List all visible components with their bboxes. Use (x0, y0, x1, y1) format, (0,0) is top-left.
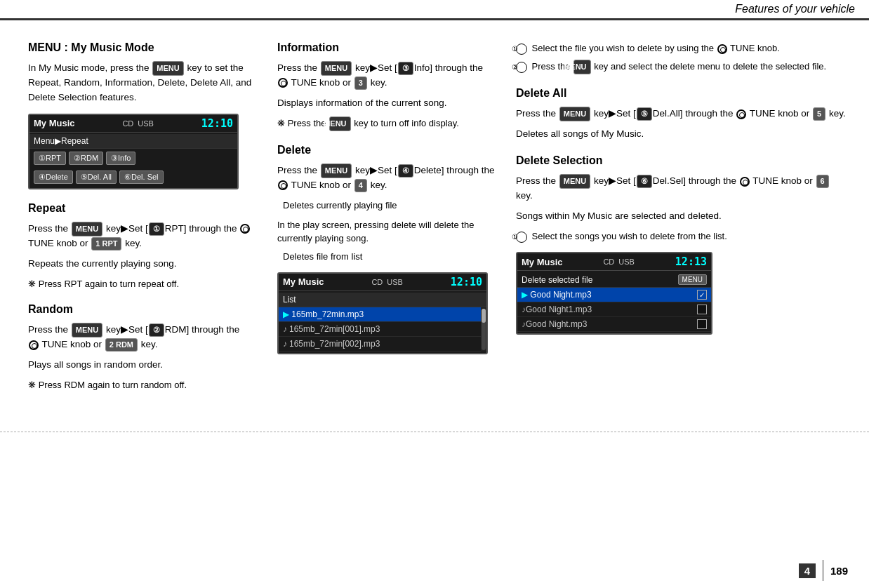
delete-sub3: Deletes file from list (277, 250, 495, 264)
screen2-item-3: ♪165mb_72min[002].mp3 (279, 337, 481, 352)
screen1-btn-delete: ④Delete (34, 171, 73, 184)
page-divider (0, 432, 869, 432)
screen1-btns-row1: ①RPT ②RDM ③Info (29, 149, 237, 168)
repeat-text2: Repeats the currently playing song. (28, 257, 253, 272)
check-box-1: ✓ (697, 290, 707, 300)
screen1-appname: My Music (34, 118, 75, 128)
screen1-btns-row2: ④Delete ⑤Del. All ⑥Del. Sel (29, 168, 237, 187)
screen2-body: List ▶ 165mb_72min.mp3 ♪165mb_72min[001]… (279, 291, 486, 353)
screen3-item-2: ♪Good Night1.mp3 (517, 302, 711, 317)
screen1-btn-info: ③Info (106, 152, 135, 165)
intro-paragraph: In My Music mode, press the MENU key to … (28, 61, 253, 105)
random-text2: Plays all songs in random order. (28, 358, 253, 373)
screen3-delete-label: Delete selected file (522, 275, 592, 285)
info-text2: Displays information of the current song… (277, 96, 495, 111)
screen3-cd: CD (603, 258, 614, 266)
delete-numbered-1: ① Select the file you wish to delete by … (516, 41, 848, 55)
tune-icon-repeat (240, 224, 250, 234)
delsel-key-badge: 6 (816, 175, 829, 188)
screen3-usb: USB (618, 258, 635, 266)
menu-badge-random: MENU (72, 323, 102, 338)
screen-mymusic-2: My Music CD USB 12:10 List ▶ 165mb_72min… (277, 272, 488, 354)
menu-badge-repeat: MENU (72, 222, 102, 236)
footer-divider (823, 560, 823, 581)
menu-badge-del2: MENU (573, 60, 590, 74)
delall-key-badge: 5 (813, 107, 825, 121)
menu-badge-delall: MENU (559, 107, 590, 121)
tune-icon-info (278, 78, 288, 88)
screen2-scrollbar (481, 307, 486, 352)
menu-badge-intro: MENU (152, 61, 183, 76)
tune-icon-delete (278, 180, 288, 190)
screen2-usb: USB (387, 278, 403, 286)
screen1-btn-delsel: ⑥Del. Sel (119, 171, 164, 184)
info-title: Information (277, 41, 495, 54)
check-box-3 (697, 319, 707, 329)
screen3-appname: My Music (522, 257, 563, 267)
main-content: MENU : My Music Mode In My Music mode, p… (0, 20, 869, 417)
screen2-scroll: ▶ 165mb_72min.mp3 ♪165mb_72min[001].mp3 … (279, 307, 486, 352)
check-box-2 (697, 305, 707, 314)
screen1-cd: CD (122, 119, 133, 128)
screen2-item-2: ♪165mb_72min[001].mp3 (279, 322, 481, 337)
delete-sub1: Deletes currently playing file (277, 199, 495, 213)
page-footer: 4 189 (799, 560, 848, 581)
screen-mymusic-1: My Music CD USB 12:10 Menu▶Repeat ①RPT ②… (28, 114, 239, 189)
tune-icon-delall (736, 109, 746, 119)
screen1-body: Menu▶Repeat ①RPT ②RDM ③Info ④Delete ⑤Del… (29, 133, 237, 188)
repeat-text1: Press the MENU key▶Set [①RPT] through th… (28, 222, 253, 251)
screen3-item-3: ♪Good Night.mp3 (517, 317, 711, 332)
screen2-appname: My Music (283, 276, 324, 287)
repeat-title: Repeat (28, 202, 253, 215)
menu-badge-info-off: MENU (329, 116, 350, 131)
random-text1: Press the MENU key▶Set [②RDM] through th… (28, 323, 253, 352)
random-title: Random (28, 303, 253, 316)
delete-sel-text2: Songs within My Music are selected and d… (516, 209, 848, 224)
delete-text1: Press the MENU key▶Set [④Delete] through… (277, 163, 495, 193)
tune-icon-del1 (717, 44, 727, 54)
screen1-header: My Music CD USB 12:10 (29, 115, 237, 133)
screen3-media-icons: CD USB (603, 258, 635, 266)
delete-numbered-2: ② Press the MENU key and select the dele… (516, 60, 848, 74)
tune-icon-random (29, 340, 39, 350)
screen1-media-icons: CD USB (122, 119, 154, 128)
random-note: Press RDM again to turn random off. (28, 378, 253, 392)
main-section-title: MENU : My Music Mode (28, 41, 253, 54)
left-column: MENU : My Music Mode In My Music mode, p… (28, 41, 267, 396)
screen2-header: My Music CD USB 12:10 (279, 274, 486, 291)
screen3-time: 12:13 (675, 255, 707, 268)
screen1-menu-row: Menu▶Repeat (29, 134, 237, 149)
info-text1: Press the MENU key▶Set [③Info] through t… (277, 61, 495, 91)
repeat-note: Press RPT again to turn repeat off. (28, 277, 253, 291)
info-key-badge: 3 (354, 76, 367, 90)
delete-sel-numbered-1: ① Select the songs you wish to delete fr… (516, 229, 848, 243)
info-note: Press the MENU key to turn off info disp… (277, 116, 495, 131)
delete-key-badge: 4 (354, 179, 367, 192)
rpt-key-badge: 1 RPT (91, 237, 121, 250)
menu-badge-info: MENU (321, 61, 352, 76)
screen3-header: My Music CD USB 12:13 (517, 253, 711, 271)
screen1-time: 12:10 (201, 117, 233, 130)
screen2-list-label: List (279, 293, 486, 307)
delete-title: Delete (277, 144, 495, 156)
header-title: Features of your vehicle (735, 3, 855, 15)
delete-all-text2: Deletes all songs of My Music. (516, 127, 848, 142)
screen3-menu-btn: MENU (678, 274, 707, 285)
menu-badge-delsel: MENU (559, 174, 590, 189)
screen1-usb: USB (138, 119, 154, 128)
delete-all-title: Delete All (516, 87, 848, 100)
screen-mymusic-3: My Music CD USB 12:13 Delete selected fi… (516, 252, 712, 335)
footer-page-num: 189 (830, 565, 848, 577)
screen1-btn-rdm: ②RDM (69, 152, 103, 165)
page-header: Features of your vehicle (0, 0, 869, 20)
delete-all-text: Press the MENU key▶Set [⑤Del.All] throug… (516, 107, 848, 121)
screen2-item-1: ▶ 165mb_72min.mp3 (279, 307, 481, 322)
screen1-btn-delall: ⑤Del. All (76, 171, 117, 184)
screen2-media-icons: CD USB (371, 278, 403, 286)
screen1-btn-rpt: ①RPT (34, 152, 66, 165)
screen3-body: Delete selected file MENU ▶ Good Night.m… (517, 271, 711, 333)
screen3-delete-header: Delete selected file MENU (517, 272, 711, 288)
right-column: ① Select the file you wish to delete by … (505, 41, 848, 396)
middle-column: Information Press the MENU key▶Set [③Inf… (267, 41, 505, 396)
delete-sub2: In the play screen, pressing delete will… (277, 218, 495, 246)
